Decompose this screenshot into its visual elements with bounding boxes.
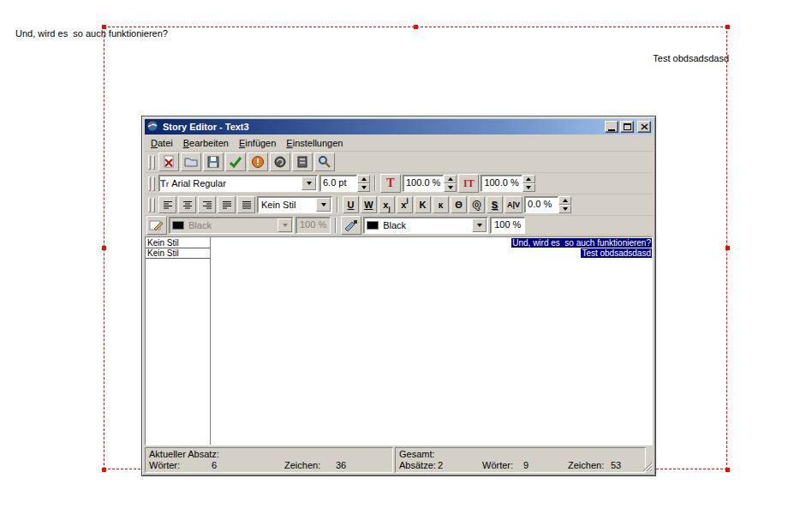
arrow-down-icon bbox=[526, 186, 531, 189]
pen-paper-icon bbox=[149, 218, 164, 232]
open-folder-icon bbox=[184, 155, 198, 169]
kerning-button[interactable]: A|V bbox=[505, 196, 522, 213]
small-caps-button[interactable]: κ bbox=[433, 196, 449, 213]
maximize-button[interactable] bbox=[620, 121, 634, 133]
align-center-button[interactable] bbox=[178, 196, 196, 213]
underline-words-button[interactable]: W bbox=[361, 196, 377, 213]
frame-handle-middle-right[interactable] bbox=[725, 246, 730, 250]
close-button[interactable] bbox=[637, 121, 651, 133]
scale-width-button[interactable]: T bbox=[380, 174, 401, 193]
font-size-value[interactable]: 6.0 pt bbox=[319, 175, 357, 192]
app-icon bbox=[146, 120, 158, 134]
clear-text-button[interactable] bbox=[158, 152, 179, 171]
search-replace-button[interactable] bbox=[314, 152, 335, 171]
paragraph-style-combo[interactable]: Kein Stil bbox=[257, 196, 332, 213]
frame-handle-bottom-left[interactable] bbox=[102, 468, 106, 472]
stroke-color-button[interactable] bbox=[146, 216, 167, 235]
exit-without-update-button[interactable] bbox=[248, 152, 268, 171]
underline-button[interactable]: U bbox=[343, 196, 359, 213]
load-from-file-button[interactable] bbox=[181, 152, 201, 171]
scale-height-button[interactable]: IT bbox=[458, 174, 479, 193]
text-editor-area[interactable]: Und, wird es so auch funktionieren? Test… bbox=[211, 237, 652, 445]
toolbar-grip[interactable] bbox=[148, 198, 155, 212]
spin-down-button[interactable] bbox=[522, 183, 535, 192]
paragraph-styles-panel: Kein Stil Kein Stil bbox=[146, 237, 211, 445]
frame-handle-top-right[interactable] bbox=[725, 25, 730, 29]
frame-handle-top-left[interactable] bbox=[102, 25, 106, 29]
search-icon bbox=[318, 155, 331, 169]
paragraph-style-dropdown-button[interactable] bbox=[316, 198, 331, 212]
font-family-dropdown-button[interactable] bbox=[302, 176, 316, 190]
spin-up-button[interactable] bbox=[444, 175, 457, 183]
chevron-down-icon bbox=[307, 182, 312, 185]
title-bar[interactable]: Story Editor - Text3 bbox=[145, 119, 653, 134]
style-row[interactable]: Kein Stil bbox=[146, 238, 210, 248]
selected-text: Test obdsadsdasd bbox=[581, 248, 652, 258]
file-toolbar bbox=[145, 152, 653, 173]
spin-down-button[interactable] bbox=[357, 183, 370, 192]
spin-down-button[interactable] bbox=[558, 205, 571, 213]
scale-width-icon: T bbox=[386, 176, 394, 190]
spin-up-button[interactable] bbox=[558, 196, 571, 205]
outline-button[interactable]: Q bbox=[469, 196, 485, 213]
font-family-combo[interactable]: Tr Arial Regular bbox=[158, 175, 318, 192]
align-justify-button[interactable] bbox=[218, 196, 236, 213]
scale-height-value[interactable]: 100.0 % bbox=[481, 175, 522, 192]
spin-down-button[interactable] bbox=[444, 183, 457, 192]
brush-icon bbox=[343, 218, 359, 232]
align-right-button[interactable] bbox=[198, 196, 216, 213]
spin-up-button[interactable] bbox=[522, 175, 535, 183]
save-to-file-button[interactable] bbox=[203, 152, 224, 171]
superscript-button[interactable]: xj bbox=[397, 196, 413, 213]
tracking-spinner: 0.0 % bbox=[524, 196, 571, 213]
chars-value: 36 bbox=[336, 460, 346, 471]
shadow-button[interactable]: S bbox=[487, 196, 503, 213]
frame-handle-bottom-right[interactable] bbox=[725, 468, 730, 472]
totals-title: Gesamt: bbox=[399, 449, 435, 460]
update-text-frame-button[interactable] bbox=[292, 152, 313, 171]
chevron-down-icon bbox=[477, 224, 482, 227]
font-family-value: Arial Regular bbox=[169, 178, 302, 188]
strikethrough-button[interactable]: Θ bbox=[451, 196, 467, 213]
frame-handle-top-middle[interactable] bbox=[414, 25, 418, 29]
update-frame-icon bbox=[296, 155, 309, 169]
fill-color-combo[interactable]: Black bbox=[363, 217, 488, 234]
scale-width-spinner: 100.0 % bbox=[403, 175, 457, 192]
menu-einfuegen[interactable]: Einfügen bbox=[234, 136, 281, 150]
subscript-button[interactable]: xj bbox=[379, 196, 395, 213]
status-bar: Aktueller Absatz: Wörter: 6 Zeichen: 36 … bbox=[145, 445, 653, 473]
align-left-button[interactable] bbox=[158, 196, 176, 213]
update-and-exit-button[interactable] bbox=[225, 152, 246, 171]
check-icon bbox=[229, 155, 242, 169]
reload-text-button[interactable] bbox=[270, 152, 290, 171]
style-row[interactable]: Kein Stil bbox=[146, 248, 210, 259]
all-caps-button[interactable]: K bbox=[415, 196, 431, 213]
stroke-shade-value[interactable]: 100 % bbox=[296, 217, 331, 234]
current-paragraph-title: Aktueller Absatz: bbox=[149, 449, 219, 460]
menu-bearbeiten[interactable]: Bearbeiten bbox=[178, 136, 234, 150]
align-force-justify-button[interactable] bbox=[237, 196, 255, 213]
chars-value: 53 bbox=[611, 460, 621, 471]
toolbar-grip[interactable] bbox=[148, 155, 155, 170]
stroke-color-combo[interactable]: Black bbox=[169, 217, 294, 234]
menu-datei[interactable]: Datei bbox=[146, 136, 178, 150]
close-icon bbox=[641, 123, 648, 130]
scribus-canvas: Und, wird es so auch funktionieren? Test… bbox=[0, 0, 812, 514]
menu-einstellungen[interactable]: Einstellungen bbox=[281, 136, 348, 150]
scale-width-value[interactable]: 100.0 % bbox=[403, 175, 444, 192]
toolbar-grip[interactable] bbox=[148, 176, 155, 191]
fill-color-button[interactable] bbox=[341, 216, 361, 235]
window-resize-grip[interactable] bbox=[642, 462, 653, 472]
fill-color-dropdown-button[interactable] bbox=[472, 218, 487, 232]
tracking-value[interactable]: 0.0 % bbox=[524, 196, 558, 213]
editor-line: Test obdsadsdasd bbox=[211, 248, 652, 259]
align-left-icon bbox=[163, 200, 173, 210]
exit-icon bbox=[251, 155, 265, 169]
minimize-button[interactable] bbox=[605, 121, 618, 133]
paragraphs-label: Absätze: bbox=[399, 460, 438, 471]
align-center-icon bbox=[182, 200, 193, 210]
frame-handle-middle-left[interactable] bbox=[102, 246, 106, 250]
stroke-color-dropdown-button[interactable] bbox=[278, 218, 292, 232]
spin-up-button[interactable] bbox=[357, 175, 370, 183]
fill-shade-value[interactable]: 100 % bbox=[490, 217, 525, 234]
